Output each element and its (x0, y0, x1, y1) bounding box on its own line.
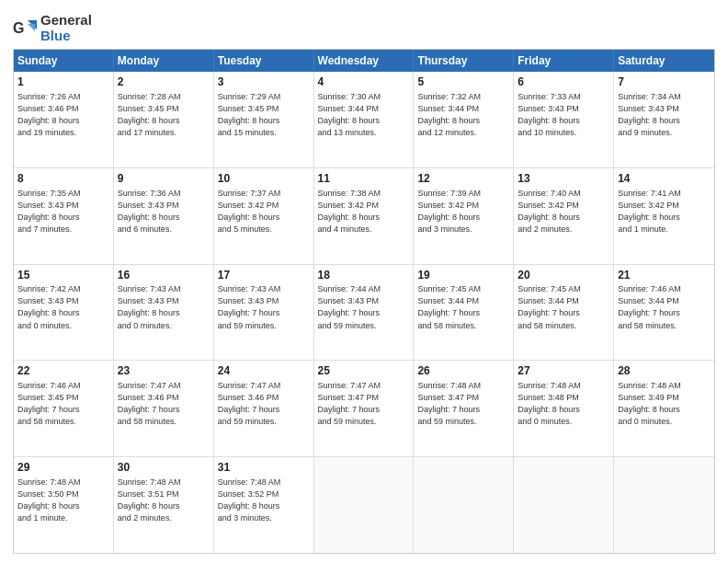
calendar-cell: 12Sunrise: 7:39 AMSunset: 3:42 PMDayligh… (414, 168, 514, 264)
calendar-cell: 13Sunrise: 7:40 AMSunset: 3:42 PMDayligh… (514, 168, 614, 264)
day-number: 28 (618, 363, 711, 379)
calendar-header: SundayMondayTuesdayWednesdayThursdayFrid… (14, 50, 714, 72)
cell-line: Daylight: 7 hours (318, 404, 410, 416)
calendar-cell: 3Sunrise: 7:29 AMSunset: 3:45 PMDaylight… (214, 72, 314, 167)
cell-line: Sunrise: 7:40 AM (518, 188, 609, 200)
cell-details: Sunrise: 7:37 AMSunset: 3:42 PMDaylight:… (218, 188, 310, 236)
cell-line: Sunrise: 7:48 AM (618, 380, 711, 392)
cell-details: Sunrise: 7:30 AMSunset: 3:44 PMDaylight:… (318, 91, 410, 139)
calendar: SundayMondayTuesdayWednesdayThursdayFrid… (13, 49, 715, 554)
cell-details: Sunrise: 7:46 AMSunset: 3:45 PMDaylight:… (17, 380, 109, 428)
calendar-cell: 23Sunrise: 7:47 AMSunset: 3:46 PMDayligh… (114, 361, 214, 456)
cell-line: Daylight: 7 hours (417, 307, 509, 319)
cell-line: Sunset: 3:51 PM (118, 488, 210, 500)
cell-line: Sunset: 3:44 PM (518, 295, 609, 307)
cell-line: Sunrise: 7:48 AM (518, 380, 609, 392)
day-number: 14 (618, 171, 711, 187)
day-number: 22 (17, 363, 109, 379)
cell-line: and 3 minutes. (417, 224, 509, 236)
cell-details: Sunrise: 7:29 AMSunset: 3:45 PMDaylight:… (218, 91, 310, 139)
cell-line: Sunrise: 7:48 AM (218, 477, 310, 488)
calendar-cell: 18Sunrise: 7:44 AMSunset: 3:43 PMDayligh… (314, 265, 415, 361)
cell-line: and 1 minute. (618, 224, 711, 236)
day-number: 31 (218, 460, 310, 476)
cell-line: Daylight: 8 hours (618, 115, 711, 127)
day-number: 12 (417, 171, 509, 187)
cell-line: Sunset: 3:52 PM (218, 488, 310, 500)
cell-line: and 58 minutes. (618, 320, 711, 332)
calendar-cell (414, 457, 514, 553)
day-number: 6 (518, 75, 609, 90)
cell-line: Sunrise: 7:43 AM (118, 283, 210, 295)
cell-details: Sunrise: 7:47 AMSunset: 3:46 PMDaylight:… (218, 380, 310, 428)
cell-line: Sunset: 3:44 PM (618, 295, 711, 307)
cell-details: Sunrise: 7:40 AMSunset: 3:42 PMDaylight:… (518, 188, 609, 236)
cell-details: Sunrise: 7:48 AMSunset: 3:52 PMDaylight:… (218, 477, 310, 524)
cell-line: and 15 minutes. (218, 127, 310, 139)
cell-line: and 7 minutes. (17, 224, 109, 236)
cell-line: Sunset: 3:43 PM (118, 200, 210, 212)
header-day-friday: Friday (514, 50, 614, 72)
cell-line: Daylight: 7 hours (518, 307, 609, 319)
cell-details: Sunrise: 7:45 AMSunset: 3:44 PMDaylight:… (518, 283, 609, 331)
cell-line: Daylight: 8 hours (618, 212, 711, 224)
cell-line: and 0 minutes. (518, 416, 609, 428)
calendar-cell: 19Sunrise: 7:45 AMSunset: 3:44 PMDayligh… (414, 265, 514, 361)
day-number: 19 (417, 268, 509, 283)
calendar-cell: 29Sunrise: 7:48 AMSunset: 3:50 PMDayligh… (14, 457, 114, 553)
calendar-cell: 28Sunrise: 7:48 AMSunset: 3:49 PMDayligh… (614, 361, 714, 456)
cell-details: Sunrise: 7:35 AMSunset: 3:43 PMDaylight:… (17, 188, 109, 236)
cell-line: and 19 minutes. (17, 127, 109, 139)
cell-line: Daylight: 8 hours (118, 115, 210, 127)
cell-line: and 0 minutes. (118, 320, 210, 332)
day-number: 16 (118, 268, 210, 283)
calendar-cell: 5Sunrise: 7:32 AMSunset: 3:44 PMDaylight… (414, 72, 514, 167)
header: G General Blue (13, 9, 715, 43)
cell-details: Sunrise: 7:46 AMSunset: 3:44 PMDaylight:… (618, 283, 711, 331)
cell-details: Sunrise: 7:48 AMSunset: 3:47 PMDaylight:… (417, 380, 509, 428)
cell-line: Sunset: 3:46 PM (218, 392, 310, 404)
cell-line: and 2 minutes. (518, 224, 609, 236)
cell-line: Daylight: 8 hours (17, 500, 109, 512)
cell-line: Sunrise: 7:32 AM (417, 91, 509, 103)
header-day-sunday: Sunday (14, 50, 114, 72)
cell-line: Sunrise: 7:29 AM (218, 91, 310, 103)
cell-line: Daylight: 8 hours (318, 115, 410, 127)
calendar-cell: 22Sunrise: 7:46 AMSunset: 3:45 PMDayligh… (14, 361, 114, 456)
day-number: 7 (618, 75, 711, 90)
cell-details: Sunrise: 7:33 AMSunset: 3:43 PMDaylight:… (518, 91, 609, 139)
cell-details: Sunrise: 7:48 AMSunset: 3:51 PMDaylight:… (118, 477, 210, 524)
cell-line: Daylight: 7 hours (218, 307, 310, 319)
cell-line: Daylight: 8 hours (17, 307, 109, 319)
cell-line: Daylight: 8 hours (518, 212, 609, 224)
calendar-row-1: 1Sunrise: 7:26 AMSunset: 3:46 PMDaylight… (14, 72, 714, 168)
cell-line: Daylight: 8 hours (417, 212, 509, 224)
calendar-cell: 6Sunrise: 7:33 AMSunset: 3:43 PMDaylight… (514, 72, 614, 167)
cell-line: Daylight: 8 hours (218, 212, 310, 224)
calendar-cell: 14Sunrise: 7:41 AMSunset: 3:42 PMDayligh… (614, 168, 714, 264)
cell-details: Sunrise: 7:28 AMSunset: 3:45 PMDaylight:… (118, 91, 210, 139)
cell-line: Daylight: 8 hours (17, 212, 109, 224)
calendar-cell: 25Sunrise: 7:47 AMSunset: 3:47 PMDayligh… (314, 361, 415, 456)
cell-details: Sunrise: 7:36 AMSunset: 3:43 PMDaylight:… (118, 188, 210, 236)
cell-line: Sunrise: 7:45 AM (417, 283, 509, 295)
cell-line: Sunrise: 7:48 AM (417, 380, 509, 392)
cell-line: and 0 minutes. (17, 320, 109, 332)
day-number: 27 (518, 363, 609, 379)
cell-line: Daylight: 8 hours (618, 404, 711, 416)
cell-line: Daylight: 8 hours (417, 115, 509, 127)
page: G General Blue SundayMondayTuesdayWednes… (0, 0, 728, 563)
day-number: 17 (218, 268, 310, 283)
cell-line: Daylight: 8 hours (518, 115, 609, 127)
cell-line: Sunrise: 7:46 AM (618, 283, 711, 295)
cell-line: and 59 minutes. (417, 416, 509, 428)
cell-line: Daylight: 8 hours (118, 500, 210, 512)
calendar-cell (314, 457, 415, 553)
cell-line: Sunset: 3:47 PM (417, 392, 509, 404)
cell-line: and 1 minute. (17, 512, 109, 524)
cell-line: and 5 minutes. (218, 224, 310, 236)
day-number: 23 (118, 363, 210, 379)
day-number: 26 (417, 363, 509, 379)
header-day-tuesday: Tuesday (214, 50, 314, 72)
cell-line: Daylight: 8 hours (118, 212, 210, 224)
